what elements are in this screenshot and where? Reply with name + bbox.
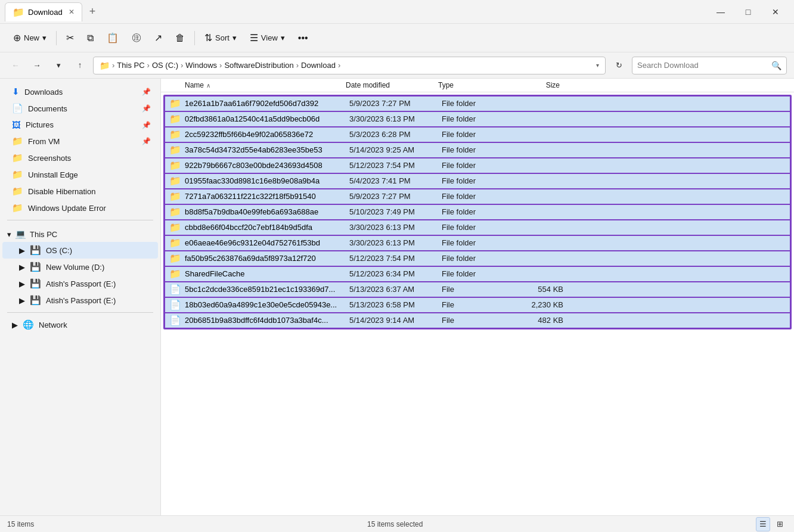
file-name-text: 922b79b6667c803e00bde243693d4508 bbox=[185, 161, 322, 170]
sidebar-item-atish1[interactable]: ▶ 💾 Atish's Passport (E:) bbox=[2, 275, 158, 292]
recent-button[interactable]: ▾ bbox=[50, 57, 67, 74]
documents-icon: 📄 bbox=[12, 103, 23, 114]
up-button[interactable]: ↑ bbox=[72, 57, 88, 74]
new-chevron-icon: ▾ bbox=[42, 33, 46, 42]
sidebar-item-fromvm[interactable]: 📁 From VM 📌 bbox=[2, 133, 158, 150]
table-row[interactable]: 📄 20b6851b9a83bdffc6f4ddb1073a3baf4c... … bbox=[165, 313, 790, 328]
file-size-cell: 554 KB bbox=[513, 285, 573, 294]
sidebar-label-pictures: Pictures bbox=[26, 120, 54, 129]
new-button[interactable]: ⊕ New ▾ bbox=[7, 29, 52, 47]
table-row[interactable]: 📁 b8d8f5a7b9dba40e99feb6a693a688ae 5/10/… bbox=[165, 204, 790, 220]
address-path[interactable]: 📁 › This PC › OS (C:) › Windows › Softwa… bbox=[93, 57, 606, 74]
table-row[interactable]: 📁 3a78c54d34732d55e4ab6283ee35be53 5/14/… bbox=[165, 142, 790, 158]
sidebar-item-documents[interactable]: 📄 Documents 📌 bbox=[2, 100, 158, 117]
table-row[interactable]: 📁 7271a7a063211f221c322f18f5b91540 5/9/2… bbox=[165, 189, 790, 204]
table-row[interactable]: 📁 SharedFileCache 5/12/2023 6:34 PM File… bbox=[165, 266, 790, 282]
sidebar-item-newvolume[interactable]: ▶ 💾 New Volume (D:) bbox=[2, 259, 158, 275]
sort-icon: ⇅ bbox=[204, 32, 212, 43]
grid-view-button[interactable]: ⊞ bbox=[773, 517, 787, 531]
path-dropdown-icon: ▾ bbox=[596, 62, 599, 69]
search-input[interactable] bbox=[637, 61, 771, 70]
paste-button[interactable]: 📋 bbox=[101, 29, 125, 47]
sidebar-thispc-header[interactable]: ▾ 💻 This PC bbox=[0, 224, 160, 242]
file-name-cell: 📁 01955faac330d8981c16e8b9e08a9b4a bbox=[165, 175, 349, 186]
rename-icon: ㊟ bbox=[132, 32, 141, 44]
more-icon: ••• bbox=[298, 33, 308, 43]
disablehibernation-icon: 📁 bbox=[12, 186, 23, 197]
main-area: ⬇ Downloads 📌 📄 Documents 📌 🖼 Pictures 📌… bbox=[0, 79, 794, 515]
tab-close-button[interactable]: ✕ bbox=[69, 8, 75, 16]
file-type-cell: File folder bbox=[442, 238, 513, 247]
file-date-cell: 5/3/2023 6:28 PM bbox=[349, 130, 442, 139]
sidebar-item-downloads[interactable]: ⬇ Downloads 📌 bbox=[2, 83, 158, 100]
col-name-header[interactable]: Name ∧ bbox=[161, 81, 346, 89]
table-row[interactable]: 📁 2cc59232ffb5f66b4e9f02a065836e72 5/3/2… bbox=[165, 127, 790, 142]
sidebar-item-osc[interactable]: ▶ 💾 OS (C:) bbox=[2, 242, 158, 259]
sidebar-label-network: Network bbox=[39, 321, 67, 329]
list-view-button[interactable]: ☰ bbox=[756, 517, 770, 531]
pin-icon-pictures: 📌 bbox=[142, 121, 151, 129]
delete-button[interactable]: 🗑 bbox=[169, 29, 191, 47]
path-this-pc[interactable]: This PC bbox=[117, 61, 144, 70]
path-windows[interactable]: Windows bbox=[185, 61, 217, 70]
status-items-selected: 15 items selected bbox=[367, 520, 423, 528]
sidebar-item-network[interactable]: ▶ 🌐 Network bbox=[2, 316, 158, 333]
sidebar-label-atish1: Atish's Passport (E:) bbox=[46, 279, 116, 288]
file-name-cell: 📁 e06aeae46e96c9312e04d752761f53bd bbox=[165, 237, 349, 248]
table-row[interactable]: 📄 18b03ed60a9a4899c1e30e0e5cde05943e... … bbox=[165, 297, 790, 313]
share-button[interactable]: ↗ bbox=[148, 29, 168, 47]
table-row[interactable]: 📁 cbbd8e66f04bccf20c7ebf184b9d5dfa 3/30/… bbox=[165, 220, 790, 235]
cut-button[interactable]: ✂ bbox=[60, 29, 80, 47]
close-button[interactable]: ✕ bbox=[762, 0, 789, 24]
col-size-header[interactable]: Size bbox=[510, 81, 569, 89]
file-date-cell: 5/12/2023 6:34 PM bbox=[349, 269, 442, 278]
path-sep-3: › bbox=[219, 61, 222, 70]
sidebar: ⬇ Downloads 📌 📄 Documents 📌 🖼 Pictures 📌… bbox=[0, 79, 161, 515]
rename-button[interactable]: ㊟ bbox=[126, 28, 147, 48]
file-name-text: 02fbd3861a0a12540c41a5dd9becb06d bbox=[185, 114, 320, 123]
back-button[interactable]: ← bbox=[7, 57, 24, 74]
folder-icon: 📁 bbox=[169, 129, 181, 140]
sidebar-item-atish2[interactable]: ▶ 💾 Atish's Passport (E:) bbox=[2, 292, 158, 309]
path-softwaredistribution[interactable]: SoftwareDistribution bbox=[224, 61, 293, 70]
file-name-text: 18b03ed60a9a4899c1e30e0e5cde05943e... bbox=[185, 300, 337, 309]
tab-download[interactable]: 📁 Download ✕ bbox=[5, 2, 82, 21]
sidebar-item-disablehibernation[interactable]: 📁 Disable Hibernation bbox=[2, 183, 158, 200]
table-row[interactable]: 📁 e06aeae46e96c9312e04d752761f53bd 3/30/… bbox=[165, 235, 790, 251]
path-download[interactable]: Download bbox=[301, 61, 336, 70]
search-box[interactable]: 🔍 bbox=[632, 57, 787, 74]
copy-button[interactable]: ⧉ bbox=[81, 29, 100, 47]
sidebar-item-screenshots[interactable]: 📁 Screenshots bbox=[2, 150, 158, 166]
col-size-label: Size bbox=[546, 81, 560, 89]
folder-icon: 📁 bbox=[169, 268, 181, 279]
folder-icon: 📁 bbox=[169, 160, 181, 171]
downloads-icon: ⬇ bbox=[12, 86, 20, 97]
new-tab-button[interactable]: + bbox=[89, 5, 96, 18]
maximize-button[interactable]: □ bbox=[734, 0, 762, 24]
table-row[interactable]: 📁 922b79b6667c803e00bde243693d4508 5/12/… bbox=[165, 158, 790, 173]
col-date-header[interactable]: Date modified bbox=[346, 81, 438, 89]
table-row[interactable]: 📁 fa50b95c263876a69da5f8973a12f720 5/12/… bbox=[165, 251, 790, 266]
path-os-c[interactable]: OS (C:) bbox=[152, 61, 178, 70]
network-icon: 🌐 bbox=[23, 319, 34, 330]
file-date-cell: 5/14/2023 9:25 AM bbox=[349, 145, 442, 154]
table-row[interactable]: 📁 02fbd3861a0a12540c41a5dd9becb06d 3/30/… bbox=[165, 111, 790, 127]
folder-icon: 📁 bbox=[169, 222, 181, 233]
toolbar-separator-1 bbox=[56, 31, 57, 45]
view-button[interactable]: ☰ View ▾ bbox=[244, 29, 291, 47]
forward-button[interactable]: → bbox=[29, 57, 45, 74]
sort-button[interactable]: ⇅ Sort ▾ bbox=[199, 29, 243, 47]
table-row[interactable]: 📁 01955faac330d8981c16e8b9e08a9b4a 5/4/2… bbox=[165, 173, 790, 189]
sidebar-item-uninstalledge[interactable]: 📁 Uninstall Edge bbox=[2, 166, 158, 183]
more-button[interactable]: ••• bbox=[292, 29, 314, 47]
file-type-cell: File folder bbox=[442, 99, 513, 108]
sidebar-item-windowsupdateerror[interactable]: 📁 Windows Update Error bbox=[2, 200, 158, 216]
file-name-cell: 📁 3a78c54d34732d55e4ab6283ee35be53 bbox=[165, 144, 349, 155]
refresh-button[interactable]: ↻ bbox=[610, 57, 627, 74]
table-row[interactable]: 📁 1e261a1b7aa61a6f7902efd506d7d392 5/9/2… bbox=[165, 96, 790, 111]
file-type-cell: File folder bbox=[442, 145, 513, 154]
minimize-button[interactable]: — bbox=[707, 0, 734, 24]
table-row[interactable]: 📄 5bc1c2dcde336ce8591b21ec1c193369d7... … bbox=[165, 282, 790, 297]
col-type-header[interactable]: Type bbox=[438, 81, 510, 89]
sidebar-item-pictures[interactable]: 🖼 Pictures 📌 bbox=[2, 117, 158, 133]
